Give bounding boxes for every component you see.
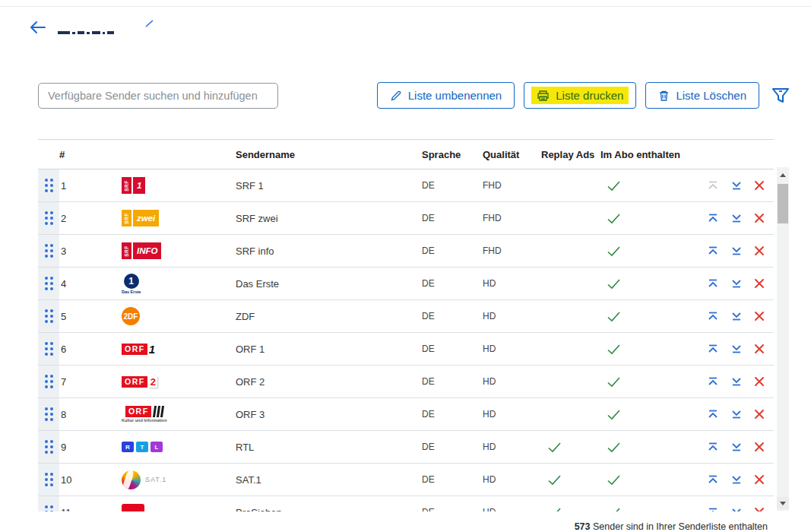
move-to-bottom-icon[interactable] xyxy=(730,474,743,485)
move-to-top-icon[interactable] xyxy=(707,474,719,485)
daserste-logo-mark: 1 xyxy=(124,274,139,289)
sat1-logo-label: SAT.1 xyxy=(145,476,166,483)
move-to-bottom-icon[interactable] xyxy=(730,442,743,452)
orf2-logo: ORF2 xyxy=(122,376,157,388)
channel-table: # Sendername Sprache Qualität Replay Ads… xyxy=(38,139,774,511)
channel-count-number: 573 xyxy=(575,521,591,532)
drag-handle[interactable] xyxy=(38,366,59,397)
channel-logo-cell: ORF2 xyxy=(122,376,236,388)
channel-row-6: 6ORF1ORF 1DEHD xyxy=(38,333,774,366)
top-divider xyxy=(0,6,811,7)
search-input[interactable] xyxy=(38,83,278,109)
delete-icon[interactable] xyxy=(754,245,765,256)
check-icon xyxy=(607,409,699,420)
filter-button[interactable] xyxy=(771,86,790,106)
move-to-bottom-icon[interactable] xyxy=(730,213,743,223)
row-actions xyxy=(699,507,774,511)
move-to-top-icon[interactable] xyxy=(707,245,719,256)
abo-indicator xyxy=(600,507,699,512)
channel-quality: HD xyxy=(483,507,541,511)
page: Liste umbenennen Liste drucken Liste Lös… xyxy=(0,0,811,532)
daserste-logo: 1Das Erste xyxy=(122,274,141,294)
drag-handle[interactable] xyxy=(38,333,59,365)
channel-number: 3 xyxy=(59,245,122,257)
move-to-top-icon[interactable] xyxy=(707,180,719,191)
replay-ads-indicator xyxy=(541,474,600,486)
rename-list-button[interactable]: Liste umbenennen xyxy=(377,82,515,109)
check-icon xyxy=(547,474,600,486)
channel-number: 10 xyxy=(59,474,122,486)
channel-row-3: 3SRFINFOSRF infoDEFHD xyxy=(38,235,774,268)
srfzwei-logo: SRFzwei xyxy=(122,210,159,226)
check-icon xyxy=(607,278,699,290)
srfzwei-logo-main: zwei xyxy=(133,210,159,226)
delete-icon[interactable] xyxy=(754,409,765,420)
drag-handle[interactable] xyxy=(38,398,59,430)
move-to-bottom-icon[interactable] xyxy=(730,344,743,354)
channel-language: DE xyxy=(422,180,483,191)
drag-handle[interactable] xyxy=(38,431,59,463)
drag-handle[interactable] xyxy=(38,300,59,332)
drag-handle-dots-icon xyxy=(45,277,53,290)
replay-ads-indicator xyxy=(541,442,600,453)
move-to-top-icon[interactable] xyxy=(707,507,719,511)
delete-icon[interactable] xyxy=(754,278,765,289)
delete-icon[interactable] xyxy=(754,311,765,321)
move-to-bottom-icon[interactable] xyxy=(730,245,743,256)
orf1-logo-suffix: 1 xyxy=(149,343,155,356)
channel-quality: HD xyxy=(483,311,541,321)
delete-icon[interactable] xyxy=(754,344,765,354)
channel-name: RTL xyxy=(236,442,422,453)
print-list-button[interactable]: Liste drucken xyxy=(524,82,636,109)
drag-handle[interactable] xyxy=(38,235,59,267)
move-to-bottom-icon[interactable] xyxy=(730,507,743,511)
channel-number: 11 xyxy=(59,507,122,512)
drag-handle[interactable] xyxy=(38,169,59,201)
back-button[interactable] xyxy=(27,18,47,36)
move-to-bottom-icon[interactable] xyxy=(730,409,743,420)
scroll-down-arrow[interactable] xyxy=(777,497,789,509)
drag-handle[interactable] xyxy=(38,496,59,511)
delete-icon[interactable] xyxy=(754,180,765,191)
delete-icon[interactable] xyxy=(754,376,765,387)
channel-quality: HD xyxy=(483,344,541,354)
channel-language: DE xyxy=(422,442,483,452)
scrollbar-thumb[interactable] xyxy=(778,184,788,223)
move-to-bottom-icon[interactable] xyxy=(730,180,743,191)
drag-handle[interactable] xyxy=(38,464,59,496)
check-icon xyxy=(607,344,699,355)
channel-logo-cell: SRFzwei xyxy=(122,210,236,226)
move-to-top-icon[interactable] xyxy=(707,442,719,452)
drag-handle-dots-icon xyxy=(45,211,53,225)
drag-handle[interactable] xyxy=(38,202,59,234)
move-to-bottom-icon[interactable] xyxy=(730,278,743,289)
header-im-abo: Im Abo enthalten xyxy=(600,149,699,160)
move-to-top-icon[interactable] xyxy=(707,278,719,289)
delete-list-button[interactable]: Liste Löschen xyxy=(645,82,759,109)
drag-handle[interactable] xyxy=(38,268,59,299)
move-to-top-icon[interactable] xyxy=(707,344,719,354)
channel-row-8: 8ORFKultur und InformationORF 3DEHD xyxy=(38,398,774,431)
delete-icon[interactable] xyxy=(754,474,765,485)
move-to-top-icon[interactable] xyxy=(707,376,719,387)
delete-icon[interactable] xyxy=(754,442,765,452)
header-replay-ads: Replay Ads xyxy=(541,149,600,160)
channel-count-text: Sender sind in Ihrer Senderliste enthalt… xyxy=(591,521,768,532)
channel-row-4: 41Das ErsteDas ErsteDEHD xyxy=(38,268,774,300)
move-to-top-icon[interactable] xyxy=(707,409,719,420)
move-to-bottom-icon[interactable] xyxy=(730,376,743,387)
delete-icon[interactable] xyxy=(754,507,765,511)
header-qualitaet: Qualität xyxy=(483,149,541,160)
vertical-scrollbar[interactable] xyxy=(777,167,789,511)
move-to-bottom-icon[interactable] xyxy=(730,311,743,321)
row-actions xyxy=(699,376,774,387)
channel-quality: HD xyxy=(483,409,541,420)
delete-icon[interactable] xyxy=(754,213,765,223)
move-to-top-icon[interactable] xyxy=(707,213,719,223)
channel-language: DE xyxy=(422,311,483,321)
orf2-logo-suffix: 2 xyxy=(149,376,157,388)
move-to-top-icon[interactable] xyxy=(707,311,719,321)
scroll-up-arrow[interactable] xyxy=(777,169,789,181)
orf2-logo-box: ORF xyxy=(122,376,147,388)
check-icon xyxy=(607,474,699,486)
